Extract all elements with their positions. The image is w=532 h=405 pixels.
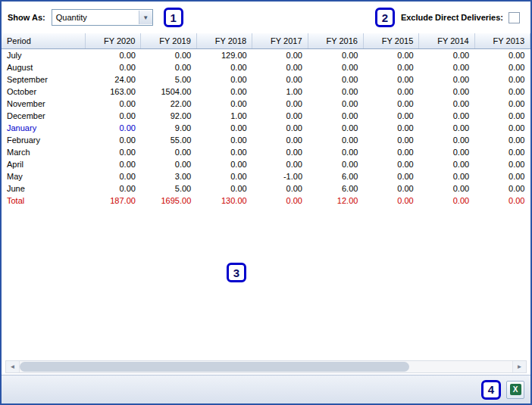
value-cell: 0.00 [363,49,418,62]
value-cell: 6.00 [308,170,363,182]
column-header[interactable]: FY 2017 [252,33,308,49]
value-cell: 22.00 [141,98,196,110]
exclude-direct-deliveries-checkbox[interactable] [509,12,520,23]
value-cell: 0.00 [196,73,252,86]
value-cell: 0.00 [363,61,418,73]
column-header[interactable]: FY 2018 [196,33,252,49]
horizontal-scrollbar[interactable]: ◄ ► [5,360,527,373]
show-as-dropdown[interactable]: Quantity ▼ [52,9,153,26]
value-cell: 0.00 [252,146,308,158]
table-row[interactable]: May0.003.000.00-1.006.000.000.000.00 [2,170,530,182]
value-cell: 0.00 [474,98,530,110]
period-cell: March [2,146,86,158]
value-cell: 0.00 [419,146,474,158]
value-cell: 0.00 [252,61,308,73]
table-row[interactable]: February0.0055.000.000.000.000.000.000.0… [2,134,530,146]
scrollbar-thumb[interactable] [20,362,409,372]
value-cell: 0.00 [196,170,252,182]
value-cell: 1695.00 [141,195,196,207]
value-cell: 0.00 [474,86,530,98]
table-row[interactable]: August0.000.000.000.000.000.000.000.00 [2,61,530,73]
header-row: PeriodFY 2020FY 2019FY 2018FY 2017FY 201… [2,33,530,49]
value-cell: 0.00 [196,134,252,146]
exclude-direct-deliveries-label: Exclude Direct Deliveries: [401,13,503,22]
value-cell: 0.00 [196,86,252,98]
value-cell: 0.00 [86,134,141,146]
table-row[interactable]: December0.0092.001.000.000.000.000.000.0… [2,110,530,122]
value-cell: 1.00 [196,110,252,122]
value-cell: 5.00 [141,182,196,195]
table-row[interactable]: November0.0022.000.000.000.000.000.000.0… [2,98,530,110]
value-cell: 0.00 [363,86,418,98]
value-cell: 0.00 [474,182,530,195]
value-cell: 0.00 [419,195,474,207]
value-cell: 0.00 [363,195,418,207]
column-header[interactable]: FY 2015 [363,33,418,49]
callout-3: 3 [227,263,246,282]
export-excel-button[interactable]: X [506,381,524,399]
value-cell: 0.00 [474,122,530,134]
value-cell: 0.00 [474,146,530,158]
value-cell: 0.00 [86,158,141,170]
table-row[interactable]: July0.000.00129.000.000.000.000.000.00 [2,49,530,62]
value-cell: 0.00 [363,98,418,110]
period-cell: February [2,134,86,146]
value-cell: 0.00 [252,110,308,122]
value-cell: 0.00 [308,49,363,62]
column-header[interactable]: FY 2016 [308,33,363,49]
callout-2: 2 [375,8,395,27]
value-cell: 0.00 [308,86,363,98]
value-cell: 0.00 [308,98,363,110]
excel-icon: X [510,384,521,395]
value-cell: 0.00 [474,195,530,207]
value-cell: 0.00 [252,195,308,207]
period-cell: October [2,86,86,98]
value-cell: 0.00 [474,73,530,86]
value-cell: 0.00 [474,49,530,62]
value-cell: 0.00 [308,122,363,134]
value-cell: 0.00 [419,110,474,122]
scroll-right-arrow-icon[interactable]: ► [512,361,526,372]
value-cell: 0.00 [141,61,196,73]
table-row[interactable]: March0.000.000.000.000.000.000.000.00 [2,146,530,158]
period-cell: January [2,122,86,134]
value-cell: 0.00 [308,110,363,122]
column-header[interactable]: FY 2020 [86,33,141,49]
value-cell: 0.00 [308,146,363,158]
value-cell: 0.00 [419,61,474,73]
value-cell: 163.00 [86,86,141,98]
column-header[interactable]: FY 2019 [141,33,196,49]
column-header[interactable]: Period [2,33,86,49]
value-cell: 0.00 [308,158,363,170]
column-header[interactable]: FY 2013 [474,33,530,49]
value-cell: 0.00 [363,110,418,122]
value-cell: 0.00 [363,122,418,134]
value-cell: 0.00 [363,158,418,170]
value-cell: 0.00 [141,49,196,62]
callout-1: 1 [164,8,183,27]
value-cell: 0.00 [363,146,418,158]
value-cell: 0.00 [252,134,308,146]
value-cell: 0.00 [141,158,196,170]
column-header[interactable]: FY 2014 [419,33,474,49]
table-body: July0.000.00129.000.000.000.000.000.00Au… [2,49,530,207]
value-cell: 0.00 [252,158,308,170]
period-cell: November [2,98,86,110]
scroll-left-arrow-icon[interactable]: ◄ [6,361,20,372]
total-row[interactable]: Total187.001695.00130.000.0012.000.000.0… [2,195,530,207]
table-row[interactable]: October163.001504.000.001.000.000.000.00… [2,86,530,98]
table-row[interactable]: January0.009.000.000.000.000.000.000.00 [2,122,530,134]
scrollbar-track[interactable] [20,361,512,372]
value-cell: 0.00 [196,61,252,73]
table-row[interactable]: September24.005.000.000.000.000.000.000.… [2,73,530,86]
chevron-down-icon[interactable]: ▼ [139,11,152,24]
table-row[interactable]: June0.005.000.000.006.000.000.000.00 [2,182,530,195]
value-cell: 0.00 [252,49,308,62]
show-as-label: Show As: [8,13,45,22]
value-cell: 0.00 [86,49,141,62]
value-cell: 24.00 [86,73,141,86]
value-cell: 0.00 [474,110,530,122]
value-cell: 0.00 [474,158,530,170]
table-row[interactable]: April0.000.000.000.000.000.000.000.00 [2,158,530,170]
value-cell: 0.00 [86,110,141,122]
